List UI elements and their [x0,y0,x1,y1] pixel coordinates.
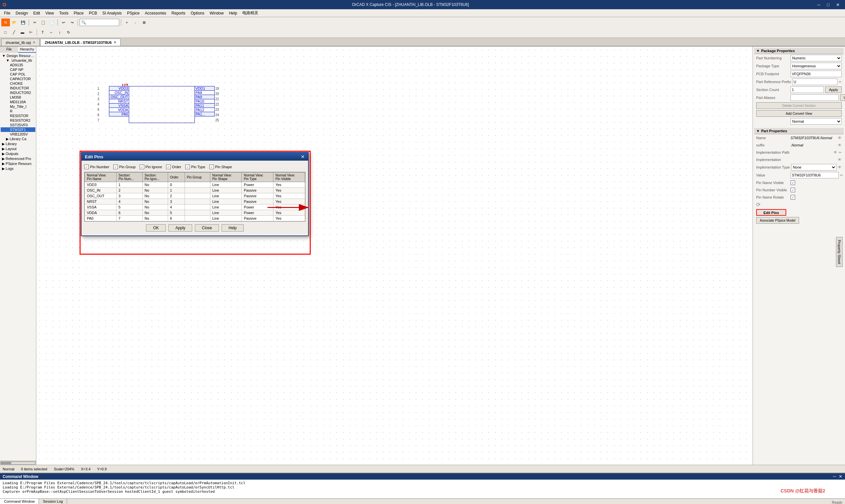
table-row[interactable]: OSC_IN2No1LinePassiveYes [85,188,305,193]
tree-item[interactable]: ▶ Library Ca [1,137,35,142]
tree-item[interactable]: LM358 [1,95,35,100]
impl-eye-icon[interactable]: 👁 [838,157,842,162]
tree-item[interactable]: My_Title_I [1,104,35,109]
tree-item[interactable]: INDUCTOR2 [1,90,35,95]
pcb-footprint-input[interactable] [791,71,842,77]
tree-item[interactable]: ▶ Layout [1,146,35,151]
delete-section-button[interactable]: Delete Current Section [756,102,842,109]
tree-item[interactable]: RESISTOR2 [1,118,35,123]
cb-pin-group-box[interactable]: ✓ [113,165,118,169]
cmd-tab-session-log[interactable]: Session Log [39,499,67,504]
menu-item-help[interactable]: Help [226,10,240,16]
tree-item[interactable]: ▶ Referenced Pro [1,156,35,161]
table-row[interactable]: VSSA5No4LinePowerYes [85,204,305,210]
table-row[interactable]: PA07No6LinePassiveYes [85,216,305,221]
table-row[interactable]: VDD31No0LinePowerYes [85,182,305,188]
search-input[interactable] [86,20,116,24]
tree-item[interactable]: CHOKE [1,81,35,86]
tree-item[interactable]: ▼ Design Resources [1,53,35,58]
dialog-close-button[interactable]: ✕ [301,154,305,159]
tab-stm32[interactable]: ZHUANTAI_LIB.OLB - STM32F103T8U6 ✕ [40,39,121,46]
cmd-close-button[interactable]: ✕ [839,474,842,479]
tree-item[interactable]: STM32F1 [1,127,35,132]
left-tab-hierarchy[interactable]: Hierarchy [18,47,36,53]
tree-item[interactable]: ▶ Logs [1,166,35,171]
tree-item[interactable]: ME6118A [1,100,35,104]
cb-pin-ignore-box[interactable]: ✓ [140,165,144,169]
place-wire-button[interactable]: ╱ [10,29,18,36]
cb-pin-shape[interactable]: ✓ Pin Shape [209,165,232,169]
undo-button[interactable]: ↩ [59,18,67,26]
tree-item[interactable]: ▶ Library [1,142,35,146]
tab-zhuantai[interactable]: zhuantai_lib.opj ✕ [1,39,40,46]
tree-item[interactable]: CAP POL [1,72,35,76]
menu-item-电路精灵[interactable]: 电路精灵 [240,10,261,17]
canvas-area[interactable]: U? VDD3 OSC_IN OSC_OUT NRST VSSA VDDA PA… [36,47,753,465]
tree-item[interactable]: ▶ Outputs [1,151,35,156]
redo-button[interactable]: ↪ [68,18,76,26]
cb-pin-group[interactable]: ✓ Pin Group [113,165,136,169]
menu-item-design[interactable]: Design [13,10,30,16]
pin-name-visible-checkbox[interactable] [791,180,795,185]
tree-item[interactable]: RESISTOR [1,113,35,118]
tree-item[interactable]: CAP NP [1,67,35,72]
value-input[interactable] [791,172,839,178]
cut-button[interactable]: ✂ [31,18,39,26]
pins-table-scroll[interactable]: Normal View:Pin Name Section:Pin Num... … [84,172,306,222]
associate-pspice-button[interactable]: Associate PSpice Model [756,217,799,223]
impl-type-eye-icon[interactable]: 👁 [838,165,842,169]
impl-type-select[interactable]: None [791,164,837,170]
menu-item-edit[interactable]: Edit [31,10,43,16]
new-button[interactable]: N [1,18,10,26]
tree-item[interactable]: R [1,109,35,113]
tree-item[interactable]: INDUCTOR [1,86,35,90]
tree-item[interactable]: SST25VF0 [1,123,35,127]
cb-pin-shape-box[interactable]: ✓ [209,165,214,169]
impl-path-edit-icon[interactable]: ✏ [839,150,842,155]
name-eye-icon[interactable]: 👁 [838,136,842,140]
menu-item-pcb[interactable]: PCB [86,10,100,16]
property-sheet-tab[interactable]: Property Sheet [836,237,842,267]
tree-item[interactable]: ▼ .\zhuantai_lib [1,58,35,63]
part-properties-header[interactable]: ▼ Part Properties [754,128,844,134]
zoom-in-button[interactable]: + [123,18,131,26]
cb-pin-type[interactable]: ✓ Pin Type [185,165,205,169]
impl-path-eye-icon[interactable]: 👁 [833,150,838,155]
cb-pin-type-box[interactable]: ✓ [185,165,190,169]
section-count-apply-button[interactable]: Apply [825,86,842,93]
maximize-button[interactable]: □ [824,2,832,8]
cmd-minimize-button[interactable]: ─ [833,474,836,479]
close-button[interactable]: Close [195,224,219,232]
paste-button[interactable]: 📄 [48,18,56,26]
menu-item-reports[interactable]: Reports [169,10,188,16]
normal-value-select[interactable]: Normal [791,118,842,125]
part-aliases-update-button[interactable]: Update [840,94,845,101]
tree-item[interactable]: VRB1205V [1,132,35,137]
tree-item[interactable]: CAPACITOR [1,76,35,81]
edit-pins-button[interactable]: Edit Pins [756,209,786,216]
left-hscroll[interactable] [1,462,35,464]
cb-pin-number-box[interactable]: ✓ [84,165,89,169]
menu-item-place[interactable]: Place [71,10,86,16]
cb-order[interactable]: ✓ Order [166,165,181,169]
close-window-button[interactable]: ✕ [833,2,842,8]
apply-button[interactable]: Apply [168,224,192,232]
menu-item-accessories[interactable]: Accessories [142,10,169,16]
copy-button[interactable]: 📋 [39,18,47,26]
tab-close-stm32[interactable]: ✕ [114,40,116,44]
suffix-eye-icon[interactable]: 👁 [838,143,842,147]
cb-pin-number[interactable]: ✓ Pin Number [84,165,109,169]
pin-number-visible-checkbox[interactable] [791,188,795,192]
menu-item-sianalysis[interactable]: SI Analysis [100,10,124,16]
cmd-tab-command-window[interactable]: Command Window [0,499,39,504]
ref-prefix-input[interactable] [792,78,838,85]
add-convert-button[interactable]: Add Convert View [756,110,842,117]
rotate-button[interactable]: ↻ [64,29,72,36]
menu-item-pspice[interactable]: PSpice [124,10,142,16]
menu-item-view[interactable]: View [42,10,56,16]
table-row[interactable]: VDDA6No5LinePowerYes [85,210,305,216]
cb-order-box[interactable]: ✓ [166,165,171,169]
tree-item[interactable]: ▶ PSpice Resourc [1,161,35,166]
value-edit-icon[interactable]: ✏ [840,173,843,178]
ref-prefix-edit-icon[interactable]: ✏ [839,80,842,84]
